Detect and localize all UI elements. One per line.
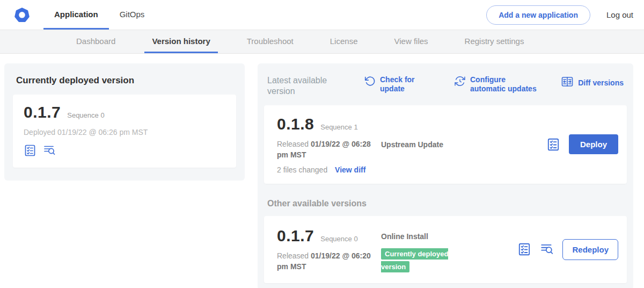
deploy-button[interactable]: Deploy	[569, 134, 618, 154]
diff-versions-link[interactable]: Diff versions	[561, 75, 624, 90]
add-new-application-button[interactable]: Add a new application	[486, 5, 590, 25]
subnav-license-label: License	[330, 37, 358, 46]
subnav-troubleshoot-label: Troubleshoot	[247, 37, 294, 46]
currently-deployed-badge: Currently deployed version	[381, 248, 448, 273]
available-versions-header: Latest available version Check for updat…	[264, 70, 627, 105]
subnav-item-view-files[interactable]: View files	[386, 30, 435, 53]
other-version-info: 0.1.7 Sequence 0 Released 01/19/22 @ 06:…	[273, 227, 381, 272]
available-versions-panel: Latest available version Check for updat…	[258, 63, 633, 288]
other-version-number: 0.1.7	[277, 227, 314, 245]
diff-table-icon	[561, 75, 574, 90]
other-version-source-block: Online Install Currently deployed versio…	[381, 226, 499, 274]
tab-application-label: Application	[54, 10, 98, 19]
app-subnav: Dashboard Version history Troubleshoot L…	[0, 30, 644, 54]
deployed-version-number: 0.1.7	[24, 103, 61, 121]
latest-version-info: 0.1.8 Sequence 1 Released 01/19/22 @ 06:…	[273, 115, 381, 174]
view-logs-icon[interactable]	[540, 242, 554, 256]
subnav-item-dashboard[interactable]: Dashboard	[69, 30, 123, 53]
refresh-icon	[364, 75, 376, 93]
currently-deployed-panel: Currently deployed version 0.1.7 Sequenc…	[4, 63, 245, 181]
latest-version-number: 0.1.8	[277, 115, 314, 133]
check-for-update-link[interactable]: Check for update	[364, 75, 420, 93]
released-label: Released	[277, 140, 309, 148]
configure-automatic-updates-label: Configure automatic updates	[470, 75, 541, 93]
redeploy-button[interactable]: Redeploy	[562, 239, 618, 260]
other-version-actions: Redeploy	[517, 239, 618, 260]
files-changed-count: 2 files changed	[277, 165, 327, 174]
other-released-timestamp: Released 01/19/22 @ 06:20 pm MST	[277, 250, 381, 272]
deployed-label: Deployed	[24, 128, 55, 136]
deployed-version-row: 0.1.7 Sequence 0	[24, 103, 225, 121]
deployed-badge-wrap: Currently deployed version	[381, 247, 463, 274]
files-changed-row: 2 files changed View diff	[277, 165, 381, 174]
other-version-row: 0.1.7 Sequence 0	[277, 227, 381, 245]
other-version-card: 0.1.7 Sequence 0 Released 01/19/22 @ 06:…	[264, 216, 627, 284]
tab-application[interactable]: Application	[43, 0, 109, 30]
other-available-versions-title: Other available versions	[267, 199, 624, 208]
preflight-checklist-icon[interactable]	[24, 144, 36, 157]
subnav-version-history-label: Version history	[152, 37, 210, 46]
released-label: Released	[277, 251, 309, 260]
topbar-right: Add a new application Log out	[486, 0, 633, 30]
view-logs-icon[interactable]	[43, 144, 56, 157]
subnav-dashboard-label: Dashboard	[76, 37, 115, 46]
check-for-update-label: Check for update	[380, 75, 420, 93]
subnav-item-registry-settings[interactable]: Registry settings	[457, 30, 532, 53]
subnav-registry-settings-label: Registry settings	[465, 37, 524, 46]
deployed-sequence-label: Sequence 0	[67, 111, 104, 119]
latest-version-row: 0.1.8 Sequence 1	[277, 115, 381, 133]
latest-sequence-label: Sequence 1	[320, 123, 357, 131]
deployed-version-card: 0.1.7 Sequence 0 Deployed 01/19/22 @ 06:…	[13, 95, 236, 168]
latest-version-card: 0.1.8 Sequence 1 Released 01/19/22 @ 06:…	[264, 105, 627, 184]
tab-gitops-label: GitOps	[120, 10, 145, 19]
subnav-item-version-history[interactable]: Version history	[144, 30, 217, 53]
logout-link[interactable]: Log out	[606, 10, 633, 19]
deployed-date-value: 01/19/22 @ 06:26 pm MST	[57, 128, 148, 136]
subnav-item-troubleshoot[interactable]: Troubleshoot	[239, 30, 301, 53]
subnav-view-files-label: View files	[394, 37, 428, 46]
tab-gitops[interactable]: GitOps	[109, 0, 156, 30]
other-version-source: Online Install	[381, 232, 499, 241]
deployed-card-actions	[24, 144, 225, 157]
subnav-item-license[interactable]: License	[323, 30, 365, 53]
preflight-checklist-icon[interactable]	[517, 242, 531, 256]
preflight-checklist-icon[interactable]	[546, 138, 560, 152]
diff-versions-label: Diff versions	[578, 78, 624, 88]
latest-version-source: Upstream Update	[381, 140, 499, 149]
configure-automatic-updates-link[interactable]: Configure automatic updates	[454, 75, 541, 93]
app-logo-heptagon-icon[interactable]	[13, 0, 31, 30]
other-sequence-label: Sequence 0	[320, 235, 357, 243]
latest-released-timestamp: Released 01/19/22 @ 06:28 pm MST	[277, 139, 381, 161]
latest-version-actions: Deploy	[546, 134, 618, 154]
view-diff-link[interactable]: View diff	[335, 165, 365, 174]
currently-deployed-title: Currently deployed version	[16, 75, 236, 86]
top-navbar: Application GitOps Add a new application…	[0, 0, 644, 30]
auto-update-clock-icon	[454, 75, 466, 93]
deployed-timestamp: Deployed 01/19/22 @ 06:26 pm MST	[24, 128, 225, 136]
version-history-page: Currently deployed version 0.1.7 Sequenc…	[0, 54, 644, 288]
latest-available-title: Latest available version	[267, 75, 337, 97]
